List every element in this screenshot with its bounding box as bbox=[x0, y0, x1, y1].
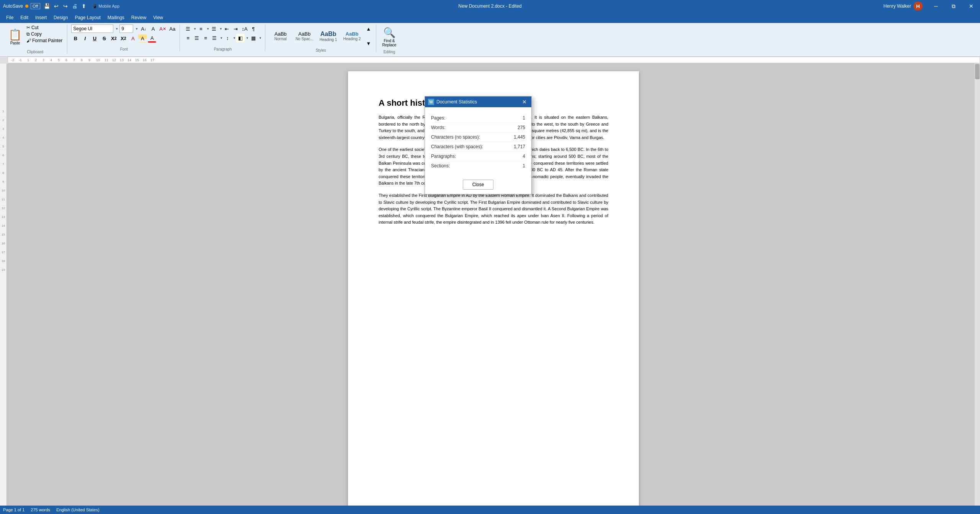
print-preview-icon[interactable]: 🖨 bbox=[71, 3, 78, 9]
clear-format-btn[interactable]: A✕ bbox=[158, 25, 167, 33]
line-spacing-btn[interactable]: ↕ bbox=[223, 34, 232, 42]
superscript-btn[interactable]: X2 bbox=[119, 34, 127, 43]
cut-icon: ✂ bbox=[26, 25, 30, 30]
underline-btn[interactable]: U bbox=[90, 34, 99, 43]
copy-button[interactable]: ⧉ Copy bbox=[25, 31, 64, 37]
strikethrough-btn[interactable]: S bbox=[100, 34, 108, 43]
change-case-btn[interactable]: Aa bbox=[168, 25, 176, 33]
line-spacing-dropdown[interactable]: ▼ bbox=[233, 36, 236, 40]
font-controls: ▼ ▼ A↓ A A✕ Aa B I U S X2 X2 A A bbox=[71, 25, 176, 43]
align-center-btn[interactable]: ☰ bbox=[193, 34, 201, 42]
ribbon: 📋 Paste ✂ Cut ⧉ Copy 🖌 Format Painter Cl… bbox=[0, 23, 980, 57]
font-size-input[interactable] bbox=[119, 25, 133, 33]
styles-group-label: Styles bbox=[316, 47, 326, 52]
style-no-spacing[interactable]: AaBb No Spac... bbox=[293, 25, 316, 47]
shading-btn[interactable]: ◧ bbox=[236, 34, 245, 42]
text-effects-btn[interactable]: A bbox=[129, 34, 137, 43]
share-icon[interactable]: ⬆ bbox=[80, 3, 88, 9]
undo-icon[interactable]: ↩ bbox=[52, 3, 60, 9]
language: English (United States) bbox=[56, 507, 100, 512]
styles-scroll-down[interactable]: ▼ bbox=[364, 39, 373, 47]
paste-icon: 📋 bbox=[8, 28, 22, 41]
font-color-btn[interactable]: A bbox=[148, 34, 156, 43]
minimize-button[interactable]: ─ bbox=[927, 0, 945, 12]
menu-file[interactable]: File bbox=[3, 14, 16, 21]
shading-dropdown[interactable]: ▼ bbox=[246, 36, 249, 40]
align-right-btn[interactable]: ≡ bbox=[201, 34, 210, 42]
multilevel-btn[interactable]: ☰ bbox=[210, 25, 218, 33]
redo-icon[interactable]: ↪ bbox=[62, 3, 69, 9]
font-size-dropdown[interactable]: ▼ bbox=[135, 27, 138, 31]
dialog-close-button[interactable]: ✕ bbox=[521, 98, 528, 106]
close-dialog-button[interactable]: Close bbox=[463, 180, 493, 190]
cut-button[interactable]: ✂ Cut bbox=[25, 25, 64, 31]
status-bar: Page 1 of 1 275 words English (United St… bbox=[0, 506, 980, 514]
chars-no-spaces-value: 1,445 bbox=[514, 134, 525, 140]
align-left-btn[interactable]: ≡ bbox=[184, 34, 192, 42]
vertical-scrollbar[interactable] bbox=[975, 64, 980, 513]
decrease-font-btn[interactable]: A↓ bbox=[139, 25, 148, 33]
borders-dropdown[interactable]: ▼ bbox=[259, 36, 262, 40]
user-name: Henry Walker bbox=[884, 3, 911, 9]
autosave-toggle[interactable]: Off bbox=[31, 3, 40, 9]
stat-sections: Sections: 1 bbox=[431, 161, 525, 170]
paragraph-group: ☰ ▼ ≡ ▼ ☰ ▼ ⇤ ⇥ ↕A ¶ ≡ ☰ ≡ ☰ ▼ ↕ bbox=[181, 25, 265, 51]
sort-btn[interactable]: ↕A bbox=[240, 25, 249, 33]
paragraph-group-label: Paragraph bbox=[214, 46, 232, 51]
title-bar: AutoSave Off 💾 ↩ ↪ 🖨 ⬆ 📱 Mobile App New … bbox=[0, 0, 980, 12]
styles-scroll-up[interactable]: ▲ bbox=[364, 25, 373, 33]
bold-btn[interactable]: B bbox=[71, 34, 80, 43]
style-normal[interactable]: AaBb Normal bbox=[269, 25, 292, 47]
show-para-btn[interactable]: ¶ bbox=[249, 25, 258, 33]
bullets-btn[interactable]: ☰ bbox=[184, 25, 192, 33]
subscript-btn[interactable]: X2 bbox=[109, 34, 118, 43]
increase-font-btn[interactable]: A bbox=[149, 25, 157, 33]
close-button[interactable]: ✕ bbox=[962, 0, 980, 12]
clipboard-group-label: Clipboard bbox=[27, 49, 43, 54]
scrollbar-thumb[interactable] bbox=[975, 64, 980, 79]
style-heading1[interactable]: AaBb Heading 1 bbox=[317, 25, 340, 47]
menu-edit[interactable]: Edit bbox=[17, 14, 31, 21]
menu-mailings[interactable]: Mailings bbox=[105, 14, 127, 21]
save-icon[interactable]: 💾 bbox=[43, 3, 51, 9]
dialog-footer: Close bbox=[425, 177, 531, 194]
justify-dropdown[interactable]: ▼ bbox=[220, 36, 223, 40]
borders-btn[interactable]: ▦ bbox=[249, 34, 258, 42]
format-painter-button[interactable]: 🖌 Format Painter bbox=[25, 38, 64, 44]
paragraphs-value: 4 bbox=[523, 154, 525, 159]
clipboard-group: 📋 Paste ✂ Cut ⧉ Copy 🖌 Format Painter Cl… bbox=[3, 25, 67, 54]
cut-label: Cut bbox=[31, 25, 39, 30]
numbering-btn[interactable]: ≡ bbox=[197, 25, 205, 33]
editing-group-label: Editing bbox=[384, 49, 395, 54]
font-group-label: Font bbox=[120, 46, 128, 51]
justify-btn[interactable]: ☰ bbox=[210, 34, 219, 42]
paste-button[interactable]: 📋 Paste bbox=[6, 25, 24, 49]
copy-label: Copy bbox=[31, 31, 42, 37]
autosave-area: AutoSave Off bbox=[3, 3, 40, 9]
dialog-body: Pages: 1 Words: 275 Characters (no space… bbox=[425, 107, 531, 177]
autosave-dot bbox=[25, 5, 28, 8]
sections-value: 1 bbox=[523, 163, 525, 169]
restore-button[interactable]: ⧉ bbox=[945, 0, 962, 12]
user-avatar[interactable]: H bbox=[913, 2, 923, 11]
decrease-indent-btn[interactable]: ⇤ bbox=[223, 25, 231, 33]
multilevel-dropdown[interactable]: ▼ bbox=[219, 27, 222, 31]
bullets-dropdown[interactable]: ▼ bbox=[193, 27, 196, 31]
italic-btn[interactable]: I bbox=[81, 34, 89, 43]
user-area[interactable]: Henry Walker H bbox=[884, 2, 923, 11]
copy-icon: ⧉ bbox=[26, 31, 30, 37]
menu-insert[interactable]: Insert bbox=[32, 14, 50, 21]
style-heading2[interactable]: AaBb Heading 2 bbox=[341, 25, 364, 47]
left-ruler: 1 2 3 4 5 6 7 8 9 10 11 12 13 14 15 16 1… bbox=[0, 64, 7, 513]
numbering-dropdown[interactable]: ▼ bbox=[206, 27, 209, 31]
text-highlight-btn[interactable]: A bbox=[138, 34, 147, 43]
menu-review[interactable]: Review bbox=[128, 14, 149, 21]
menu-page-layout[interactable]: Page Layout bbox=[72, 14, 103, 21]
chars-with-spaces-label: Characters (with spaces): bbox=[431, 144, 483, 149]
find-replace-button[interactable]: 🔍 Find &Replace bbox=[380, 25, 399, 49]
font-name-dropdown[interactable]: ▼ bbox=[115, 27, 118, 31]
menu-design[interactable]: Design bbox=[51, 14, 71, 21]
font-name-input[interactable] bbox=[71, 25, 113, 33]
menu-view[interactable]: View bbox=[150, 14, 166, 21]
increase-indent-btn[interactable]: ⇥ bbox=[232, 25, 240, 33]
